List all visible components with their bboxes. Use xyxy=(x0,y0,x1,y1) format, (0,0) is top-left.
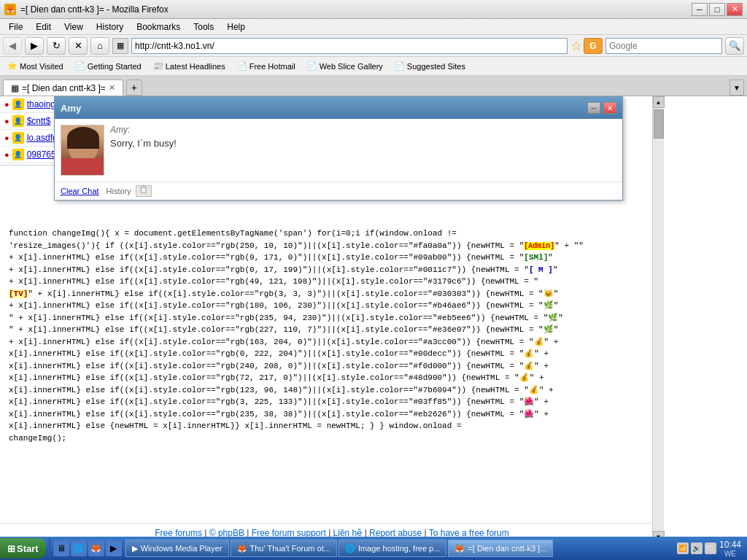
show-desktop-icon[interactable]: 🖥 xyxy=(53,540,69,556)
media-player-quicklaunch-icon[interactable]: ▶ xyxy=(106,540,122,556)
taskbar-app-diendancntt[interactable]: 🦊 =[ Dien dan cntt-k3 ]... xyxy=(448,540,553,557)
search-input[interactable] xyxy=(605,38,722,54)
firefox-icon: 🦊 xyxy=(454,544,465,553)
menu-tools[interactable]: Tools xyxy=(187,20,220,34)
history-label[interactable]: History xyxy=(107,187,131,195)
minimize-button[interactable]: ─ xyxy=(692,3,708,16)
scrollbar[interactable]: ▲ ▼ xyxy=(652,96,664,542)
maximize-button[interactable]: □ xyxy=(709,3,725,16)
forum-content-area: ● 👤 thaoingit90 (1) ● 👤 $cntt$ (1) ● 👤 xyxy=(0,96,664,542)
clock[interactable]: 10:44 WE xyxy=(719,540,741,558)
ie-icon[interactable]: 🌐 xyxy=(71,540,87,556)
menu-file[interactable]: File xyxy=(3,20,28,34)
username-link[interactable]: $cntt$ xyxy=(27,116,51,126)
window-title: =[ Dien dan cntt-k3 ]= - Mozilla Firefox xyxy=(20,4,169,15)
menu-history[interactable]: History xyxy=(90,20,129,34)
taskbar-app-forum1[interactable]: 🦊 Thu' Thua't Forum ot... xyxy=(231,540,337,557)
antivirus-tray-icon[interactable]: 🛡 xyxy=(705,542,716,554)
reload-button[interactable]: ↻ xyxy=(47,37,66,55)
bookmark-web-slice[interactable]: 📄 Web Slice Gallery xyxy=(303,60,387,72)
firefox-quicklaunch-icon[interactable]: 🦊 xyxy=(88,540,104,556)
menu-help[interactable]: Help xyxy=(221,20,251,34)
title-bar-left: 🦊 =[ Dien dan cntt-k3 ]= - Mozilla Firef… xyxy=(4,4,169,15)
chat-minimize-button[interactable]: ─ xyxy=(587,102,600,114)
nav-bar: ◀ ▶ ↻ ✕ ⌂ ▦ ☆ G 🔍 xyxy=(0,35,747,57)
tab-scroll-right[interactable]: ▼ xyxy=(729,79,744,96)
forward-button[interactable]: ▶ xyxy=(25,37,44,55)
scroll-up-button[interactable]: ▲ xyxy=(653,96,665,108)
day-display: WE xyxy=(719,550,741,558)
firefox-icon: 🦊 xyxy=(4,4,16,15)
taskbar: ⊞ Start 🖥 🌐 🦊 ▶ ▶ Windows Media Player 🦊… xyxy=(0,537,747,560)
system-tray: 📶 🔊 🛡 xyxy=(677,542,716,554)
page-icon: 📄 xyxy=(307,61,317,71)
search-button[interactable]: 🔍 xyxy=(725,37,744,55)
taskbar-right: 📶 🔊 🛡 10:44 WE xyxy=(671,540,747,558)
menu-edit[interactable]: Edit xyxy=(30,20,57,34)
active-tab-label: =[ Dien dan cntt-k3 ]= xyxy=(22,83,106,93)
user-status-icon: ● xyxy=(4,100,9,109)
active-tab[interactable]: ▦ =[ Dien dan cntt-k3 ]= ✕ xyxy=(3,79,123,96)
code-line: + x[i].innerHTML} else if((x[i].style.co… xyxy=(9,276,655,288)
user-avatar-icon: 👤 xyxy=(12,149,24,160)
chat-header-buttons: ─ ✕ xyxy=(587,102,616,114)
bookmark-free-hotmail[interactable]: 📄 Free Hotmail xyxy=(233,60,300,72)
user-avatar-icon: 👤 xyxy=(12,132,24,144)
search-engine-icon[interactable]: G xyxy=(584,38,603,54)
time-display: 10:44 xyxy=(719,540,741,550)
page-wrapper: ● 👤 thaoingit90 (1) ● 👤 $cntt$ (1) ● 👤 xyxy=(0,96,747,542)
chat-info: Amy: Sorry, I`m busy! xyxy=(110,125,616,176)
home-button[interactable]: ⌂ xyxy=(90,37,109,55)
code-line: x[i].innerHTML} else if((x[i].style.colo… xyxy=(9,396,655,408)
user-avatar-icon: 👤 xyxy=(12,98,24,110)
taskbar-app-media-player[interactable]: ▶ Windows Media Player xyxy=(125,540,229,557)
new-tab-button[interactable]: + xyxy=(126,79,142,96)
code-line: x[i].innerHTML} else if((x[i].style.colo… xyxy=(9,348,655,360)
menu-bar: File Edit View History Bookmarks Tools H… xyxy=(0,19,747,35)
code-line: x[i].innerHTML} else if((x[i].style.colo… xyxy=(9,372,655,384)
bookmark-getting-started[interactable]: 📄 Getting Started xyxy=(71,60,146,72)
history-icon[interactable]: 📋 xyxy=(136,185,152,197)
stop-button[interactable]: ✕ xyxy=(69,37,88,55)
quick-launch: 🖥 🌐 🦊 ▶ xyxy=(50,540,125,556)
media-player-icon: ▶ xyxy=(132,544,138,553)
clear-chat-button[interactable]: Clear Chat xyxy=(61,187,99,195)
start-button[interactable]: ⊞ Start xyxy=(0,538,46,559)
bookmark-web-slice-label: Web Slice Gallery xyxy=(320,62,383,71)
menu-view[interactable]: View xyxy=(58,20,89,34)
firefox-icon: 🦊 xyxy=(237,544,247,553)
address-bar[interactable] xyxy=(131,38,568,54)
page-icon: 📄 xyxy=(75,61,85,71)
tab-close-button[interactable]: ✕ xyxy=(109,83,115,93)
bookmark-suggested-sites-label: Suggested Sites xyxy=(407,62,465,71)
code-line: changeImg(); xyxy=(9,432,655,445)
scroll-thumb[interactable] xyxy=(654,109,664,139)
user-status-icon: ● xyxy=(4,117,9,125)
code-line: + x[i].innerHTML} else if((x[i].style.co… xyxy=(9,336,655,349)
bookmark-most-visited-label: Most Visited xyxy=(20,62,63,71)
avatar-image xyxy=(61,125,104,176)
user-status-icon: ● xyxy=(4,133,9,142)
taskbar-app-image-hosting[interactable]: 🌐 Image hosting, free p... xyxy=(338,540,447,557)
bookmark-suggested-sites[interactable]: 📄 Suggested Sites xyxy=(390,60,470,72)
star-icon[interactable]: ☆ xyxy=(570,38,582,54)
bookmark-most-visited[interactable]: ⭐ Most Visited xyxy=(3,60,68,72)
close-button[interactable]: ✕ xyxy=(727,3,743,16)
chat-username: Amy: xyxy=(110,125,616,135)
network-tray-icon[interactable]: 📶 xyxy=(677,542,689,554)
main-content: R 19 ● 👤 thaoingit90 (1) ● 👤 xyxy=(0,96,747,542)
volume-tray-icon[interactable]: 🔊 xyxy=(691,542,703,554)
bookmark-latest-headlines[interactable]: 📰 Latest Headlines xyxy=(149,60,230,72)
chat-close-button[interactable]: ✕ xyxy=(603,102,616,114)
menu-bookmarks[interactable]: Bookmarks xyxy=(131,20,186,34)
back-button[interactable]: ◀ xyxy=(3,37,22,55)
bookmark-free-hotmail-label: Free Hotmail xyxy=(249,62,295,71)
user-avatar-icon: 👤 xyxy=(12,115,24,127)
bookmarks-bar: ⭐ Most Visited 📄 Getting Started 📰 Lates… xyxy=(0,57,747,76)
code-line: + x[i].innerHTML} else if((x[i].style.co… xyxy=(9,252,655,264)
window-controls: ─ □ ✕ xyxy=(692,3,743,16)
code-line: " + x[i].innerHTML} else if((x[i].style.… xyxy=(9,324,655,336)
search-engine-label: G xyxy=(589,41,596,51)
taskbar-app-label: Image hosting, free p... xyxy=(358,544,441,553)
code-line: x[i].innerHTML} else if((x[i].style.colo… xyxy=(9,408,655,421)
